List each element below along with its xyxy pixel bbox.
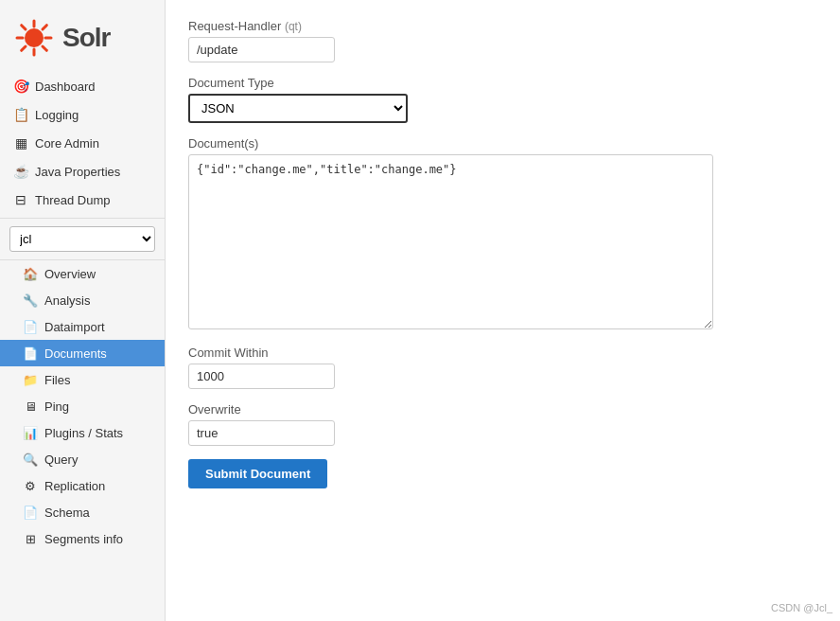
sidebar-item-core-admin-label: Core Admin [35,136,99,151]
document-type-group: Document Type JSON XML CSV SOLR_UPDATE [188,76,817,123]
sidebar-item-dataimport[interactable]: 📄 Dataimport [0,313,165,340]
sidebar-item-dashboard[interactable]: 🎯 Dashboard [0,72,165,100]
request-handler-group: Request-Handler (qt) [188,19,817,62]
commit-within-input[interactable] [188,364,335,389]
sidebar-item-documents[interactable]: 📄 Documents [0,340,165,366]
sidebar-item-replication[interactable]: ⚙ Replication [0,472,165,499]
sidebar-item-overview[interactable]: 🏠 Overview [0,260,165,287]
segments-info-icon: ⊞ [23,531,38,546]
main-content: Request-Handler (qt) Document Type JSON … [166,0,840,621]
sidebar-item-overview-label: Overview [44,267,96,281]
overwrite-input[interactable] [188,420,335,446]
svg-point-0 [25,28,44,47]
documents-icon: 📄 [23,346,38,361]
sidebar-item-files-label: Files [44,373,70,387]
sidebar-item-thread-dump[interactable]: ⊟ Thread Dump [0,186,165,214]
qt-badge: (qt) [285,20,302,33]
sidebar-item-segments-info-label: Segments info [44,532,123,546]
plugins-stats-icon: 📊 [23,425,38,440]
java-properties-icon: ☕ [13,164,28,179]
sidebar: Solr 🎯 Dashboard 📋 Logging ▦ Core Admin … [0,0,166,621]
sidebar-item-ping-label: Ping [44,399,69,414]
logging-icon: 📋 [13,107,28,122]
overwrite-group: Overwrite [188,402,817,446]
documents-textarea[interactable]: {"id":"change.me","title":"change.me"} [188,154,713,329]
sidebar-item-replication-label: Replication [44,479,105,493]
overwrite-label: Overwrite [188,402,817,417]
sidebar-item-plugins-stats[interactable]: 📊 Plugins / Stats [0,419,165,446]
watermark: CSDN @Jcl_ [771,602,832,613]
submit-document-button[interactable]: Submit Document [188,459,327,488]
sidebar-item-logging-label: Logging [35,108,79,122]
core-admin-icon: ▦ [13,135,28,151]
sidebar-item-query[interactable]: 🔍 Query [0,446,165,472]
sidebar-item-thread-dump-label: Thread Dump [35,193,110,207]
main-nav: 🎯 Dashboard 📋 Logging ▦ Core Admin ☕ Jav… [0,72,165,214]
dashboard-icon: 🎯 [13,79,28,94]
replication-icon: ⚙ [23,478,38,493]
documents-label: Document(s) [188,136,817,151]
svg-line-7 [43,26,46,29]
analysis-icon: 🔧 [23,293,38,308]
sidebar-item-documents-label: Documents [44,346,107,361]
document-type-label: Document Type [188,76,817,90]
logo-area: Solr [0,0,165,72]
commit-within-label: Commit Within [188,346,817,360]
sub-nav: 🏠 Overview 🔧 Analysis 📄 Dataimport 📄 Doc… [0,260,165,552]
sidebar-item-ping[interactable]: 🖥 Ping [0,393,165,419]
ping-icon: 🖥 [23,399,38,414]
request-handler-label: Request-Handler (qt) [188,19,817,33]
schema-icon: 📄 [23,505,38,520]
sidebar-item-plugins-stats-label: Plugins / Stats [44,426,123,440]
svg-line-8 [22,46,26,50]
files-icon: 📁 [23,372,38,387]
document-type-select[interactable]: JSON XML CSV SOLR_UPDATE [188,94,408,123]
sidebar-item-analysis-label: Analysis [44,293,90,308]
sidebar-item-analysis[interactable]: 🔧 Analysis [0,287,165,313]
sidebar-item-query-label: Query [44,452,78,467]
collection-selector-wrap: jcl [0,218,165,260]
sidebar-item-java-properties[interactable]: ☕ Java Properties [0,157,165,186]
query-icon: 🔍 [23,452,38,467]
collection-select[interactable]: jcl [9,226,155,252]
sidebar-item-files[interactable]: 📁 Files [0,366,165,393]
sidebar-item-java-properties-label: Java Properties [35,165,120,179]
svg-line-6 [43,46,46,50]
solr-logo-icon [13,17,55,59]
svg-line-5 [22,26,26,29]
overview-icon: 🏠 [23,266,38,281]
request-handler-input[interactable] [188,37,335,62]
sidebar-item-schema[interactable]: 📄 Schema [0,499,165,525]
thread-dump-icon: ⊟ [13,192,28,207]
sidebar-item-core-admin[interactable]: ▦ Core Admin [0,129,165,157]
logo-text: Solr [62,23,110,53]
sidebar-item-dataimport-label: Dataimport [44,320,105,334]
sidebar-item-segments-info[interactable]: ⊞ Segments info [0,525,165,552]
dataimport-icon: 📄 [23,319,38,334]
sidebar-item-dashboard-label: Dashboard [35,80,96,94]
sidebar-item-schema-label: Schema [44,506,90,520]
commit-within-group: Commit Within [188,346,817,389]
submit-group: Submit Document [188,459,817,488]
documents-group: Document(s) {"id":"change.me","title":"c… [188,136,817,332]
sidebar-item-logging[interactable]: 📋 Logging [0,100,165,129]
